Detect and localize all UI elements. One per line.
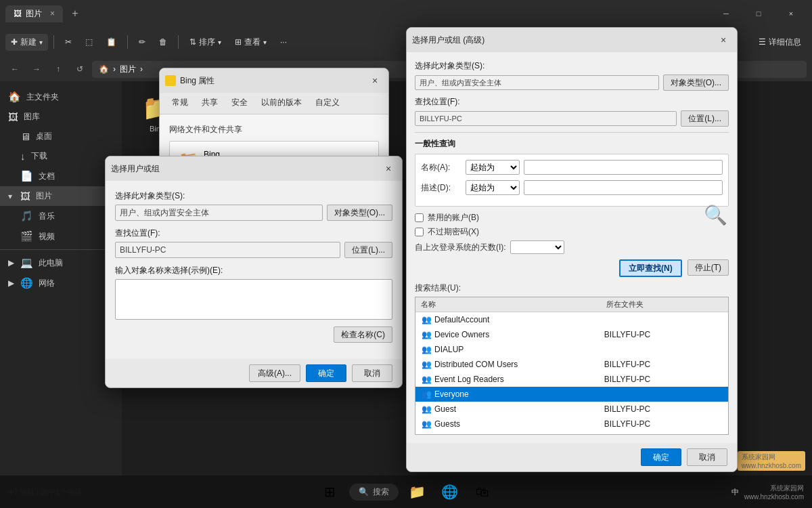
disabled-accounts-row: 禁用的账户(B) xyxy=(415,212,729,224)
delete-button[interactable]: 🗑 xyxy=(154,35,173,49)
name-filter-select[interactable]: 起始为 xyxy=(466,160,520,175)
start-button[interactable]: ⊞ xyxy=(317,478,344,505)
tab-general[interactable]: 常规 xyxy=(165,93,195,114)
tab-previous[interactable]: 以前的版本 xyxy=(254,93,309,114)
sidebar-item-home[interactable]: 🏠 主文件夹 xyxy=(0,87,122,107)
sidebar-label-videos: 视频 xyxy=(39,231,55,242)
sidebar-item-docs[interactable]: 📄 文档 xyxy=(0,166,122,186)
forward-button[interactable]: → xyxy=(27,60,46,79)
copy-button[interactable]: ⬚ xyxy=(80,35,98,49)
adv-location-display: BILLYFU-PC xyxy=(415,111,677,126)
maximize-button[interactable]: □ xyxy=(743,3,774,24)
refresh-button[interactable]: ↺ xyxy=(70,60,89,79)
table-row[interactable]: 👥DefaultAccount xyxy=(415,312,728,327)
sidebar-item-videos[interactable]: 🎬 视频 xyxy=(0,226,122,247)
sort-chevron-icon: ▾ xyxy=(218,39,221,46)
table-row[interactable]: 👥Event Log ReadersBILLYFU-PC xyxy=(415,372,728,387)
desc-filter-input[interactable] xyxy=(524,180,723,195)
select-user-advanced-titlebar: 选择用户或组 (高级) × xyxy=(407,28,737,52)
no-expire-checkbox[interactable] xyxy=(415,228,424,236)
details-icon: ☰ xyxy=(759,37,766,47)
taskbar-lang: 中 xyxy=(731,487,739,497)
active-tab[interactable]: 🖼 图片 × xyxy=(5,5,63,22)
table-row[interactable]: 👥Everyone xyxy=(415,387,728,402)
select-user-small-footer: 高级(A)... 确定 取消 xyxy=(106,359,402,387)
select-user-advanced-close-button[interactable]: × xyxy=(715,32,731,48)
back-button[interactable]: ← xyxy=(5,60,24,79)
adv-object-type-button[interactable]: 对象类型(O)... xyxy=(663,75,729,91)
view-button[interactable]: ⊞ 查看 ▾ xyxy=(229,34,272,51)
cancel-button[interactable]: 取消 xyxy=(352,364,392,382)
sidebar-item-music[interactable]: 🎵 音乐 xyxy=(0,206,122,226)
adv-cancel-button[interactable]: 取消 xyxy=(687,448,727,466)
user-group-icon: 👥 xyxy=(421,314,432,325)
details-button[interactable]: ☰ 详细信息 xyxy=(753,34,807,51)
sidebar-item-pictures[interactable]: ▾ 🖼 图片 xyxy=(0,186,122,206)
more-button[interactable]: ··· xyxy=(275,35,292,49)
gallery-icon: 🖼 xyxy=(8,111,18,123)
sidebar-item-pc[interactable]: ▶ 💻 此电脑 xyxy=(0,253,122,273)
title-bar: 🖼 图片 × + ─ □ × xyxy=(0,0,812,27)
add-tab-button[interactable]: + xyxy=(66,4,85,23)
check-name-row xyxy=(115,279,392,320)
adv-ok-button[interactable]: 确定 xyxy=(641,448,681,466)
desc-filter-select[interactable]: 起始为 xyxy=(466,180,520,195)
up-button[interactable]: ↑ xyxy=(49,60,68,79)
select-user-advanced-dialog[interactable]: 选择用户或组 (高级) × 选择此对象类型(S): 用户、组或内置安全主体 对象… xyxy=(406,27,738,472)
sort-button[interactable]: ⇅ 排序 ▾ xyxy=(184,34,227,51)
table-row[interactable]: 👥Device OwnersBILLYFU-PC xyxy=(415,327,728,342)
sidebar: 🏠 主文件夹 🖼 图库 🖥 桌面 ↓ 下载 📄 文档 xyxy=(0,81,122,484)
new-button[interactable]: ✚ 新建 ▾ xyxy=(5,34,48,51)
sidebar-item-desktop[interactable]: 🖥 桌面 xyxy=(0,127,122,146)
sidebar-label-pictures: 图片 xyxy=(36,190,52,202)
tab-security[interactable]: 安全 xyxy=(225,93,254,114)
taskbar-file-explorer[interactable]: 📁 xyxy=(404,478,431,505)
days-dropdown[interactable] xyxy=(510,240,564,254)
taskbar-edge[interactable]: 🌐 xyxy=(436,478,464,505)
adv-location-button[interactable]: 位置(L)... xyxy=(681,110,729,127)
advanced-button[interactable]: 高级(A)... xyxy=(249,364,300,382)
table-row[interactable]: 👥DIALUP xyxy=(415,342,728,357)
videos-icon: 🎬 xyxy=(20,230,33,242)
search-now-button[interactable]: 立即查找(N) xyxy=(619,259,682,277)
expand-icon-8: ▶ xyxy=(8,278,15,288)
taskbar-store[interactable]: 🛍 xyxy=(469,478,496,505)
results-body: 👥DefaultAccount👥Device OwnersBILLYFU-PC👥… xyxy=(415,312,728,434)
sidebar-item-gallery[interactable]: 🖼 图库 xyxy=(0,107,122,127)
table-row[interactable]: 👥Distributed COM UsersBILLYFU-PC xyxy=(415,357,728,372)
taskbar-search[interactable]: 🔍 搜索 xyxy=(349,484,399,501)
name-filter-input[interactable] xyxy=(524,160,723,175)
tab-custom[interactable]: 自定义 xyxy=(309,93,346,114)
close-button[interactable]: × xyxy=(775,3,807,24)
tab-close-icon[interactable]: × xyxy=(50,9,55,18)
taskbar: ⊞ 🔍 搜索 📁 🌐 🛍 中 系统家园网 www.hnzkhosb.com xyxy=(0,475,812,508)
table-row[interactable]: 👥GuestBILLYFU-PC xyxy=(415,402,728,417)
table-row[interactable]: 👥GuestsBILLYFU-PC xyxy=(415,417,728,431)
sidebar-item-network[interactable]: ▶ 🌐 网络 xyxy=(0,273,122,293)
select-user-small-close-button[interactable]: × xyxy=(380,161,397,177)
results-cell-location xyxy=(602,319,725,320)
paste-button[interactable]: 📋 xyxy=(101,35,122,49)
table-row[interactable]: 👥Hyper-V AdministratorsBILLYFU-PC xyxy=(415,431,728,434)
check-name-button[interactable]: 检查名称(C) xyxy=(334,326,392,343)
ok-button[interactable]: 确定 xyxy=(306,364,346,382)
cut-button[interactable]: ✂ xyxy=(60,35,77,49)
select-user-small-dialog[interactable]: 选择用户或组 × 选择此对象类型(S): 用户、组或内置安全主体 对象类型(O)… xyxy=(105,156,403,388)
bing-props-close-button[interactable]: × xyxy=(367,72,383,89)
minimize-button[interactable]: ─ xyxy=(710,3,742,24)
advanced-dialog-footer: 确定 取消 xyxy=(407,443,737,471)
location-button[interactable]: 位置(L)... xyxy=(344,242,392,258)
disabled-accounts-checkbox[interactable] xyxy=(415,213,424,222)
watermark-badge: 系统家园网www.hnzkhosb.com xyxy=(738,451,805,471)
new-icon: ✚ xyxy=(11,37,18,47)
object-name-input[interactable] xyxy=(115,279,392,320)
rename-button[interactable]: ✏ xyxy=(133,35,151,49)
search-icon: 🔍 xyxy=(704,204,727,226)
sidebar-item-downloads[interactable]: ↓ 下载 xyxy=(0,146,122,166)
select-user-small-titlebar: 选择用户或组 × xyxy=(106,156,402,181)
tab-share[interactable]: 共享 xyxy=(195,93,225,114)
results-cell-location: BILLYFU-PC xyxy=(602,404,725,415)
object-type-button[interactable]: 对象类型(O)... xyxy=(327,205,392,221)
start-icon: ⊞ xyxy=(324,484,336,500)
stop-button[interactable]: 停止(T) xyxy=(687,259,729,276)
